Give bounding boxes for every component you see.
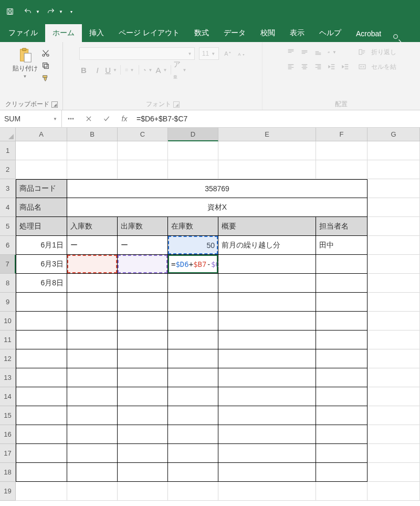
cell[interactable]: [168, 293, 218, 312]
cell[interactable]: [368, 255, 420, 274]
cell[interactable]: [368, 331, 420, 349]
cell[interactable]: 入庫数: [67, 217, 118, 236]
cell[interactable]: [168, 312, 218, 331]
tab-view[interactable]: 表示: [282, 24, 312, 42]
cell[interactable]: [16, 482, 67, 501]
cell[interactable]: [368, 387, 420, 406]
row-header[interactable]: 2: [0, 160, 16, 179]
tab-formulas[interactable]: 数式: [187, 24, 216, 42]
cell[interactable]: 6月3日: [16, 255, 67, 274]
undo-dropdown[interactable]: ▼: [36, 9, 40, 14]
cell[interactable]: [168, 463, 218, 482]
cell[interactable]: [67, 293, 118, 312]
cell[interactable]: [118, 331, 168, 349]
cell[interactable]: [316, 425, 368, 444]
row-header[interactable]: 3: [0, 179, 16, 198]
row-header[interactable]: 9: [0, 293, 16, 312]
row-header[interactable]: 11: [0, 331, 16, 349]
cell[interactable]: [16, 406, 67, 425]
fill-color-icon[interactable]: ▼: [143, 65, 153, 75]
redo-icon[interactable]: [44, 5, 58, 18]
cut-icon[interactable]: [41, 48, 50, 58]
borders-icon[interactable]: ▼: [125, 65, 134, 75]
phonetic-icon[interactable]: ア亜▼: [175, 65, 185, 75]
align-left-icon[interactable]: [286, 62, 296, 71]
cell[interactable]: [16, 463, 67, 482]
row-header[interactable]: 5: [0, 217, 16, 236]
cell[interactable]: [118, 349, 168, 368]
col-header-A[interactable]: A: [16, 128, 67, 141]
cell[interactable]: ー: [67, 236, 118, 255]
cell[interactable]: [218, 463, 316, 482]
cell[interactable]: [316, 331, 368, 349]
cell[interactable]: [168, 160, 218, 179]
cell[interactable]: [368, 160, 420, 179]
col-header-E[interactable]: E: [218, 128, 316, 141]
col-header-D[interactable]: D: [168, 128, 218, 141]
cell[interactable]: [16, 160, 67, 179]
row-header[interactable]: 8: [0, 274, 16, 293]
cell[interactable]: [67, 274, 118, 293]
cell[interactable]: [118, 160, 168, 179]
cell[interactable]: [218, 368, 316, 387]
qat-customize-dropdown[interactable]: ▾: [70, 9, 72, 14]
row-header[interactable]: 4: [0, 198, 16, 217]
row-header[interactable]: 14: [0, 387, 16, 406]
cell[interactable]: [67, 463, 118, 482]
cell[interactable]: 6月1日: [16, 236, 67, 255]
font-size-combo[interactable]: 11▼: [199, 47, 219, 60]
tab-data[interactable]: データ: [216, 24, 253, 42]
row-header[interactable]: 1: [0, 141, 16, 160]
cell[interactable]: [168, 387, 218, 406]
cell[interactable]: 処理日: [16, 217, 67, 236]
row-header[interactable]: 13: [0, 368, 16, 387]
cell[interactable]: [16, 387, 67, 406]
cell[interactable]: [218, 255, 316, 274]
cell[interactable]: [16, 312, 67, 331]
cell[interactable]: [16, 331, 67, 349]
tell-me-icon[interactable]: [392, 33, 401, 42]
increase-font-icon[interactable]: A▲: [223, 49, 233, 58]
cell[interactable]: 在庫数: [168, 217, 218, 236]
cell[interactable]: 田中: [316, 236, 368, 255]
cell[interactable]: [168, 331, 218, 349]
cell[interactable]: [218, 312, 316, 331]
cell[interactable]: [316, 482, 368, 501]
row-header[interactable]: 10: [0, 312, 16, 331]
cell[interactable]: 前月の繰り越し分: [218, 236, 316, 255]
italic-icon[interactable]: I: [93, 65, 102, 75]
font-name-combo[interactable]: ▼: [79, 47, 195, 60]
row-header[interactable]: 19: [0, 482, 16, 501]
cell[interactable]: [118, 274, 168, 293]
clipboard-dialog-launcher[interactable]: [51, 101, 58, 108]
cell[interactable]: [118, 482, 168, 501]
cell[interactable]: [368, 425, 420, 444]
cell[interactable]: [218, 141, 316, 160]
cell[interactable]: [118, 368, 168, 387]
cell[interactable]: [67, 312, 118, 331]
cell[interactable]: [67, 406, 118, 425]
cell[interactable]: [118, 463, 168, 482]
cell[interactable]: [67, 141, 118, 160]
cell[interactable]: [168, 425, 218, 444]
row-header[interactable]: 7: [0, 255, 16, 274]
cell[interactable]: [368, 179, 420, 198]
bold-icon[interactable]: B: [79, 65, 89, 75]
cell[interactable]: [16, 425, 67, 444]
tab-help[interactable]: ヘルプ: [312, 24, 349, 42]
decrease-indent-icon[interactable]: [327, 62, 337, 71]
format-painter-icon[interactable]: [41, 74, 50, 83]
cell[interactable]: [368, 444, 420, 463]
undo-icon[interactable]: [21, 5, 35, 18]
cell[interactable]: [118, 406, 168, 425]
row-header[interactable]: 12: [0, 349, 16, 368]
cell[interactable]: [218, 406, 316, 425]
cell[interactable]: [168, 274, 218, 293]
tab-pagelayout[interactable]: ページ レイアウト: [111, 24, 187, 42]
cell[interactable]: [316, 444, 368, 463]
align-center-icon[interactable]: [300, 62, 309, 71]
select-all-corner[interactable]: [0, 128, 16, 141]
tab-file[interactable]: ファイル: [1, 24, 45, 42]
col-header-B[interactable]: B: [67, 128, 118, 141]
formula-input[interactable]: =$D6+$B7-$C7: [133, 115, 420, 123]
